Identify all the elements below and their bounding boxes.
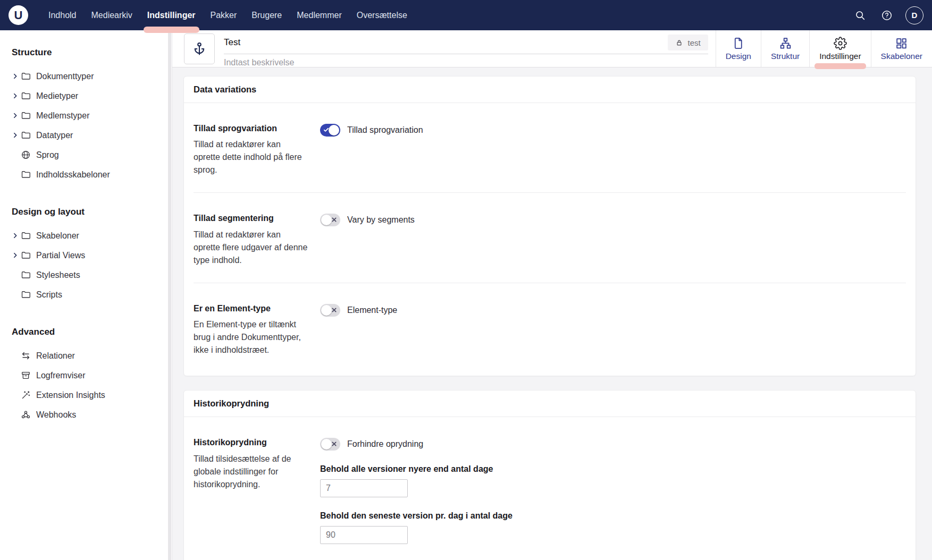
folder-icon [20, 250, 31, 261]
property-label: Tillad sprogvariation [194, 123, 309, 134]
name-description-group: test [224, 35, 708, 67]
tree-item-logfremviser[interactable]: Logfremviser [12, 366, 172, 385]
tree-item-label: Dokumenttyper [36, 72, 94, 81]
help-icon[interactable] [879, 7, 895, 23]
toggle-knob [329, 125, 339, 135]
globe-icon [20, 150, 31, 160]
lock-icon [675, 39, 683, 47]
tab-struktur[interactable]: Struktur [761, 30, 809, 67]
nav-item-indhold[interactable]: Indhold [41, 0, 84, 30]
tree-item-webhooks[interactable]: Webhooks [12, 405, 172, 425]
nav-item-brugere[interactable]: Brugere [244, 0, 289, 30]
user-avatar[interactable]: D [905, 6, 923, 24]
workspace-tabs: Design Struktur Indsti [716, 30, 932, 67]
historikoprydning-card: Historikoprydning Historikoprydning Till… [183, 390, 916, 560]
settings-tree-sidebar: Structure Dokumenttyper Medietyper [0, 30, 172, 560]
toggle-label: Forhindre oprydning [347, 439, 423, 449]
grid-icon [895, 37, 908, 50]
tree-section-title: Structure [12, 47, 172, 58]
tree-section-advanced: Relationer Logfremviser Extension Insigh… [12, 346, 172, 425]
description-input[interactable] [224, 58, 708, 67]
chevron-right-icon[interactable] [12, 252, 20, 259]
chevron-right-icon[interactable] [12, 132, 20, 139]
settings-content: Data variations Tillad sprogvariation Ti… [172, 67, 932, 560]
document-type-icon-picker[interactable] [184, 33, 215, 64]
card-rows: Historikoprydning Tillad tilsidesættelse… [184, 417, 916, 560]
property-row-historikoprydning: Historikoprydning Tillad tilsidesættelse… [194, 417, 906, 560]
tree-item-indholdsskabeloner[interactable]: Indholdsskabeloner [12, 165, 172, 184]
chevron-right-icon[interactable] [12, 73, 20, 80]
property-info: Historikoprydning Tillad tilsidesættelse… [194, 437, 320, 544]
tree-item-relationer[interactable]: Relationer [12, 346, 172, 366]
chevron-right-icon[interactable] [12, 232, 20, 239]
tab-design[interactable]: Design [716, 30, 761, 67]
tree-item-label: Datatyper [36, 131, 73, 140]
folder-icon [20, 111, 31, 121]
tree-item-label: Indholdsskabeloner [36, 170, 110, 180]
name-row: test [224, 35, 708, 54]
nav-item-medlemmer[interactable]: Medlemmer [289, 0, 349, 30]
nav-item-pakker[interactable]: Pakker [203, 0, 245, 30]
chevron-right-icon[interactable] [12, 112, 20, 119]
active-tab-underline [815, 63, 866, 69]
chevron-right-icon[interactable] [12, 92, 20, 99]
folder-icon [20, 290, 31, 300]
tree-item-scripts[interactable]: Scripts [12, 285, 172, 304]
tree-item-dokumenttyper[interactable]: Dokumenttyper [12, 66, 172, 86]
alias-lock-badge[interactable]: test [668, 35, 708, 50]
tab-label: Indstillinger [819, 52, 861, 61]
property-info: Tillad segmentering Tillad at redaktører… [194, 213, 320, 266]
nav-item-mediearkiv[interactable]: Mediearkiv [84, 0, 140, 30]
anchor-icon [192, 41, 207, 56]
card-title: Data variations [194, 84, 256, 94]
nav-item-oversaettelse[interactable]: Oversættelse [349, 0, 415, 30]
data-variations-card: Data variations Tillad sprogvariation Ti… [183, 76, 916, 376]
sitemap-icon [779, 37, 792, 50]
property-editor: Element-type [320, 303, 906, 357]
property-editor: Vary by segments [320, 213, 906, 266]
toggle-row: Element-type [320, 304, 906, 317]
tree-item-datatyper[interactable]: Datatyper [12, 125, 172, 145]
tree-item-medietyper[interactable]: Medietyper [12, 86, 172, 106]
toggle-knob [321, 305, 332, 316]
nav-item-label: Indstillinger [147, 11, 196, 20]
tree-item-sprog[interactable]: Sprog [12, 145, 172, 165]
toggle-label: Vary by segments [347, 215, 415, 225]
alias-text: test [687, 38, 700, 47]
card-header: Data variations [184, 77, 916, 103]
sidebar-scrollbar[interactable] [168, 30, 171, 560]
forhindre-oprydning-toggle[interactable] [320, 438, 340, 451]
tab-label: Skabeloner [881, 52, 922, 61]
nav-item-indstillinger[interactable]: Indstillinger [140, 0, 203, 30]
tree-item-skabeloner[interactable]: Skabeloner [12, 226, 172, 245]
toggle-knob [321, 439, 332, 449]
tree-section-title: Advanced [12, 327, 172, 337]
swap-icon [20, 351, 31, 361]
tree-item-stylesheets[interactable]: Stylesheets [12, 265, 172, 285]
top-navigation: U Indhold Mediearkiv Indstillinger Pakke… [0, 0, 932, 30]
toggle-label: Element-type [347, 306, 397, 315]
tree-item-medlemstyper[interactable]: Medlemstyper [12, 106, 172, 125]
keep-latest-version-input[interactable] [320, 526, 408, 544]
property-editor: Forhindre oprydning Behold alle versione… [320, 437, 906, 544]
folder-icon [20, 130, 31, 141]
tree-item-label: Scripts [36, 290, 62, 300]
keep-all-versions-field: Behold alle versioner nyere end antal da… [320, 464, 906, 497]
toggle-row: Forhindre oprydning [320, 438, 906, 451]
property-label: Historikoprydning [194, 437, 309, 448]
tree-item-extension-insights[interactable]: Extension Insights [12, 385, 172, 405]
umbraco-logo-icon[interactable]: U [9, 5, 28, 25]
tab-indstillinger[interactable]: Indstillinger [809, 30, 870, 67]
element-type-toggle[interactable] [320, 304, 340, 317]
tree-item-label: Medietyper [36, 91, 78, 101]
wand-icon [20, 390, 31, 401]
tab-skabeloner[interactable]: Skabeloner [871, 30, 932, 67]
segmentering-toggle[interactable] [320, 214, 340, 226]
sprogvariation-toggle[interactable] [320, 124, 340, 137]
tab-label: Design [726, 52, 751, 61]
keep-all-versions-input[interactable] [320, 479, 408, 497]
name-input[interactable] [224, 37, 668, 48]
search-icon[interactable] [852, 7, 868, 23]
tree-item-label: Logfremviser [36, 371, 85, 380]
tree-item-partial-views[interactable]: Partial Views [12, 245, 172, 265]
